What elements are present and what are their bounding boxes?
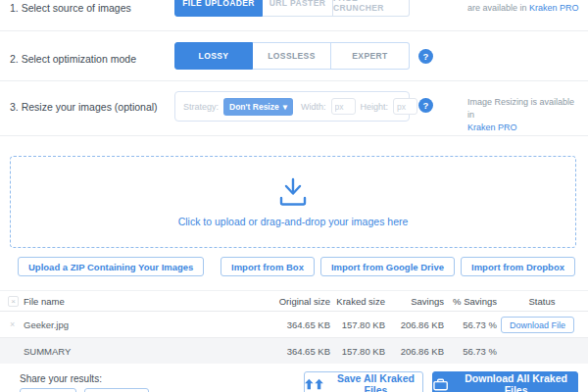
tab-expert[interactable]: EXPERT — [331, 42, 410, 70]
import-buttons: Import from Box Import from Google Drive… — [220, 257, 575, 276]
file-name: Geeker.jpg — [24, 319, 69, 330]
share-results-label: Share your results: — [20, 373, 102, 384]
dropzone-text: Click to upload or drag-and-drop your im… — [178, 216, 409, 227]
download-arrow-icon — [273, 177, 313, 207]
strategy-dropdown[interactable]: Don't Resize ▾ — [223, 98, 293, 116]
upload-dropzone[interactable]: Click to upload or drag-and-drop your im… — [10, 156, 576, 248]
column-file-name: File name — [24, 296, 65, 307]
resize-step-label: 3. Resize your images (optional) — [10, 101, 158, 113]
download-file-button[interactable]: Download File — [501, 317, 574, 333]
upload-zip-button[interactable]: Upload a ZIP Containing Your Images — [18, 257, 204, 276]
width-label: Width: — [301, 102, 326, 112]
save-all-label: Save All Kraked Files — [329, 372, 422, 392]
tab-lossy[interactable]: LOSSY — [174, 42, 253, 70]
section-divider — [0, 80, 588, 81]
kraken-pro-link[interactable]: Kraken PRO — [529, 3, 579, 13]
tab-page-cruncher[interactable]: PAGE CRUNCHER — [333, 0, 410, 17]
tab-file-uploader[interactable]: FILE UPLOADER — [174, 0, 263, 17]
summary-percent-savings: 56.73 % — [418, 346, 497, 357]
chevron-down-icon: ▾ — [283, 102, 287, 112]
width-field[interactable] — [331, 98, 356, 115]
download-all-label: Download All Kraked Files — [455, 372, 577, 392]
resize-controls: Strategy: Don't Resize ▾ Width: Height: — [174, 91, 410, 122]
table-row: × Geeker.jpg 364.65 KB 157.80 KB 206.86 … — [0, 312, 588, 338]
summary-label: SUMMARY — [24, 346, 71, 357]
summary-row: SUMMARY 364.65 KB 157.80 KB 206.86 KB 56… — [0, 338, 588, 364]
tab-url-paster[interactable]: URL PASTER — [263, 0, 333, 17]
import-from-dropbox-button[interactable]: Import from Dropbox — [461, 257, 575, 276]
import-from-google-drive-button[interactable]: Import from Google Drive — [320, 257, 455, 276]
archive-icon — [433, 378, 448, 391]
strategy-label: Strategy: — [183, 102, 219, 112]
column-status: Status — [510, 296, 574, 307]
source-pro-note: are available in Kraken PRO — [467, 3, 579, 13]
resize-help-icon[interactable]: ? — [418, 98, 433, 113]
mode-help-icon[interactable]: ? — [418, 49, 433, 64]
results-table-header: × File name Original size Kraked size Sa… — [0, 290, 588, 312]
remove-all-icon[interactable]: × — [8, 296, 19, 307]
resize-pro-note: Image Resizing is available in Kraken PR… — [467, 96, 580, 134]
height-field[interactable] — [393, 98, 417, 115]
column-percent-savings: % Savings — [418, 296, 497, 307]
strategy-value: Don't Resize — [229, 102, 279, 112]
source-pro-note-text: are available in — [467, 3, 527, 13]
kraken-web-interface: 1. Select source of images FILE UPLOADER… — [0, 0, 588, 392]
source-tabs: FILE UPLOADER URL PASTER PAGE CRUNCHER — [174, 0, 410, 17]
share-button[interactable] — [84, 388, 149, 392]
share-button[interactable] — [20, 388, 76, 392]
height-label: Height: — [361, 102, 389, 112]
download-all-kraked-files-button[interactable]: Download All Kraked Files — [432, 371, 578, 392]
remove-file-icon[interactable]: × — [10, 319, 15, 329]
percent-savings-value: 56.73 % — [418, 319, 497, 330]
section-divider — [0, 30, 588, 31]
save-all-kraked-files-button[interactable]: Save All Kraked Files — [304, 371, 423, 392]
mode-step-label: 2. Select optimization mode — [10, 53, 136, 65]
import-from-box-button[interactable]: Import from Box — [220, 257, 315, 276]
tab-lossless[interactable]: LOSSLESS — [253, 42, 331, 70]
upload-arrows-icon — [305, 378, 323, 390]
source-step-label: 1. Select source of images — [10, 2, 131, 14]
mode-tabs: LOSSY LOSSLESS EXPERT — [174, 42, 410, 70]
section-divider — [0, 135, 588, 136]
resize-pro-note-text: Image Resizing is available in — [467, 97, 574, 120]
kraken-pro-link[interactable]: Kraken PRO — [467, 122, 517, 132]
